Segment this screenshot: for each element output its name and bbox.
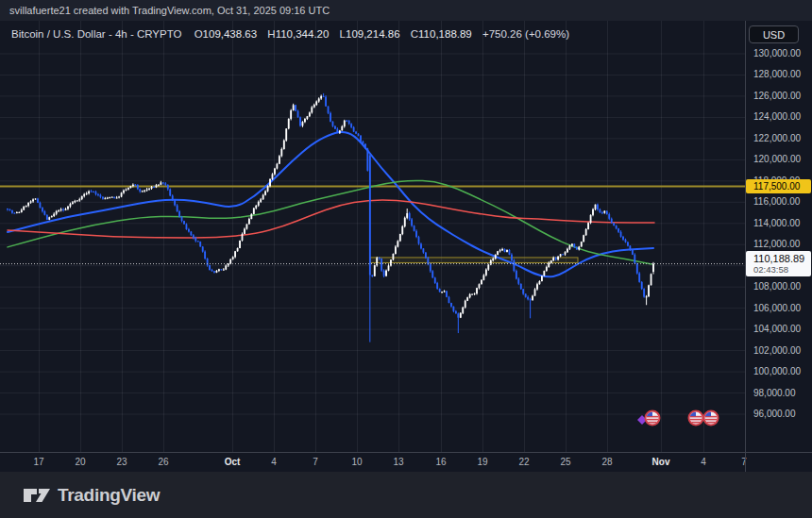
last-price-label: 110,188.89 02:43:58 [746, 251, 811, 276]
symbol-title[interactable]: Bitcoin / U.S. Dollar - 4h - CRYPTO [11, 28, 181, 40]
price-chart[interactable] [0, 0, 812, 472]
price-axis-label: 116,000.00 [753, 196, 800, 207]
price-axis-label: 120,000.00 [753, 154, 801, 164]
price-axis-label: 112,000.00 [753, 239, 800, 249]
footer-bar: TradingView [0, 472, 812, 518]
ohlc-high: H110,344.20 [267, 28, 329, 40]
time-axis-label: 25 [560, 457, 570, 467]
time-axis-label: 4 [701, 457, 706, 467]
tradingview-logo-icon [23, 484, 51, 507]
supply-zone-box[interactable] [370, 258, 578, 263]
ohlc-close: C110,188.89 [411, 28, 472, 40]
price-axis-label: 114,000.00 [753, 218, 800, 228]
tradingview-snapshot: svillafuerte21 created with TradingView.… [0, 0, 812, 518]
time-axis-label: 28 [601, 457, 612, 467]
price-axis-label: 126,000.00 [753, 91, 801, 101]
ma-slow-red-line[interactable] [8, 200, 654, 238]
bar-countdown: 02:43:58 [753, 264, 811, 275]
ohlc-change: +750.26 (+0.69%) [482, 28, 569, 40]
time-axis-label: 10 [351, 457, 362, 467]
us-event-flag-icon[interactable] [646, 411, 660, 426]
time-axis-label: Nov [652, 457, 670, 467]
currency-toggle-button[interactable]: USD [749, 25, 799, 43]
time-axis-label: 7 [313, 457, 318, 467]
price-axis-label: 98,000.00 [753, 388, 796, 398]
price-axis-label: 106,000.00 [753, 303, 801, 313]
level-price-label: 117,500.00 [746, 179, 811, 193]
time-axis-label: 4 [271, 457, 277, 467]
symbol-legend: Bitcoin / U.S. Dollar - 4h - CRYPTO O109… [11, 28, 577, 40]
price-axis[interactable]: 117,500.00 110,188.89 02:43:58 130,000.0… [746, 21, 812, 452]
time-axis-label: 17 [33, 457, 43, 467]
price-axis-label: 96,000.00 [753, 409, 796, 419]
price-axis-label: 104,000.00 [753, 324, 801, 334]
time-axis-label: Oct [225, 457, 241, 467]
time-axis-label: 13 [393, 457, 403, 467]
price-axis-label: 100,000.00 [753, 366, 801, 376]
us-event-flag-icon[interactable] [689, 411, 703, 426]
time-axis-label: 20 [75, 457, 85, 467]
time-axis[interactable]: 17202326Oct4710131619222528Nov47 [0, 452, 812, 472]
tradingview-logo-text: TradingView [58, 485, 160, 506]
time-axis-label: 23 [116, 457, 127, 467]
price-axis-label: 130,000.00 [753, 48, 801, 58]
ohlc-low: L109,214.86 [340, 28, 400, 40]
axis-separator-line [745, 21, 746, 472]
time-axis-label: 16 [435, 457, 446, 467]
tradingview-logo[interactable]: TradingView [23, 484, 160, 507]
time-axis-label: 19 [477, 457, 487, 467]
ma-mid-green-line[interactable] [8, 180, 651, 264]
ohlc-open: O109,438.63 [195, 28, 258, 40]
time-axis-label: 26 [158, 457, 168, 467]
us-event-flag-icon[interactable] [704, 411, 719, 426]
time-axis-label: 22 [518, 457, 529, 467]
ma-fast-blue-line[interactable] [8, 132, 653, 276]
price-axis-label: 102,000.00 [753, 345, 801, 356]
price-axis-label: 108,000.00 [753, 281, 801, 292]
price-axis-label: 124,000.00 [753, 111, 801, 122]
price-axis-label: 122,000.00 [753, 133, 801, 143]
last-price-value: 110,188.89 [753, 253, 811, 264]
price-axis-label: 128,000.00 [753, 69, 801, 79]
candlestick-series [7, 93, 654, 343]
